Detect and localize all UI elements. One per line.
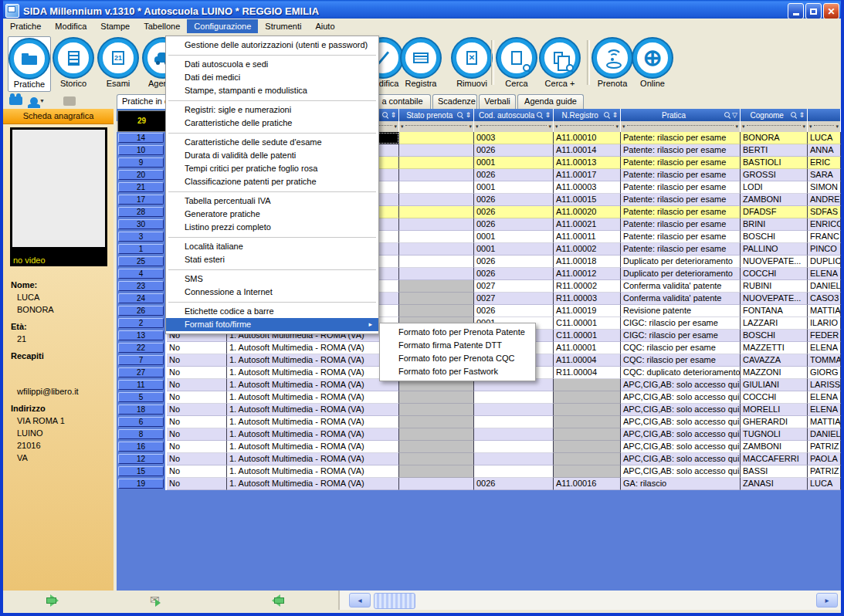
sort-updown-icon[interactable]: ⇕	[465, 110, 471, 121]
submenu-item-formato-foto-per-prenota-paten[interactable]: Formato foto per Prenota Patente	[380, 326, 535, 339]
cell-pratica[interactable]: Patente: rilascio per esame	[621, 144, 741, 157]
filter-dropdown-icon[interactable]: ▾	[615, 124, 619, 130]
filter-dropdown-icon[interactable]: ▾	[836, 124, 839, 130]
menubar-item-modifica[interactable]: Modifica	[48, 19, 93, 33]
cell-cognome[interactable]: LAZZARI	[741, 317, 808, 330]
row-number-button[interactable]: 2	[118, 318, 164, 328]
cell-nome[interactable]: ANNA	[808, 144, 841, 157]
menu-item-caratteristiche-delle-sedute-d[interactable]: Caratteristiche delle sedute d'esame	[166, 136, 378, 149]
cell-pratica[interactable]: APC,CIG,AB: solo accesso quiz	[621, 379, 741, 391]
cell-reg[interactable]	[554, 441, 621, 453]
sort-desc-icon[interactable]: ▽	[732, 110, 737, 121]
cell-no[interactable]: No	[167, 453, 227, 465]
menu-item-dati-dei-medici[interactable]: Dati dei medici	[166, 71, 378, 84]
filter-dropdown-icon[interactable]: ▾	[548, 124, 551, 130]
close-button[interactable]: ✕	[823, 3, 839, 19]
cell-pratica[interactable]: Patente: rilascio per esame	[621, 132, 741, 144]
menubar-item-aiuto[interactable]: Aiuto	[308, 19, 341, 33]
cell-pratica[interactable]: APC,CIG,AB: solo accesso quiz	[621, 404, 741, 416]
cell-cognome[interactable]: BASSI	[741, 465, 808, 478]
menu-item-caratteristiche-delle-pratiche[interactable]: Caratteristiche delle pratiche	[166, 117, 378, 130]
sort-updown-icon[interactable]: ⇕	[390, 110, 396, 121]
cell-reg[interactable]: C11.00001	[554, 330, 621, 342]
cell-cod[interactable]	[474, 441, 554, 453]
cell-nome[interactable]: PATRIZ	[808, 465, 841, 478]
row-number-button[interactable]: 30	[118, 219, 164, 229]
horizontal-scrollbar[interactable]: ◂ ▸	[340, 591, 841, 610]
filter-dropdown-icon[interactable]: ▾	[809, 124, 812, 130]
magnifier-icon[interactable]	[791, 112, 798, 119]
cell-reg[interactable]: A11.00021	[554, 218, 621, 231]
cell-pratica[interactable]: Duplicato per deterioramento	[621, 268, 741, 280]
cell-stato[interactable]	[399, 441, 474, 453]
table-row[interactable]: 18No1. Autosoft Multimedia - ROMA (VA)AP…	[117, 404, 841, 416]
row-number-button[interactable]: 15	[118, 466, 164, 476]
row-number-button[interactable]: 19	[118, 479, 164, 489]
cell-cod[interactable]: 0026	[474, 194, 554, 206]
row-number-button[interactable]: 25	[118, 256, 164, 266]
cell-cognome[interactable]: GROSSI	[741, 169, 808, 181]
cell-no[interactable]: No	[167, 428, 227, 441]
filter-dropdown-icon[interactable]: ▾	[555, 124, 558, 130]
cell-cognome[interactable]: NUOVEPATE...	[741, 256, 808, 268]
cell-stato[interactable]	[399, 218, 474, 231]
cell-nome[interactable]: PATRIZ	[808, 441, 841, 453]
cell-reg[interactable]: A11.00003	[554, 181, 621, 194]
cell-reg[interactable]: A11.00013	[554, 157, 621, 169]
cell-reg[interactable]	[554, 391, 621, 404]
cell-cod[interactable]: 0026	[474, 478, 554, 490]
cell-reg[interactable]	[554, 453, 621, 465]
filter-cell[interactable]: ▾▾	[554, 121, 621, 132]
row-number-button[interactable]: 24	[118, 293, 164, 303]
tab-scadenze[interactable]: Scadenze	[432, 94, 477, 109]
cell-reg[interactable]: A11.00012	[554, 268, 621, 280]
cell-reg[interactable]: A11.00011	[554, 231, 621, 243]
cell-nome[interactable]: FRANC	[808, 231, 841, 243]
cell-no[interactable]: No	[167, 354, 227, 367]
row-number-button[interactable]: 21	[118, 182, 164, 192]
cell-cognome[interactable]: BERTI	[741, 144, 808, 157]
cell-nome[interactable]: LARISS	[808, 379, 841, 391]
cell-reg[interactable]: A11.00018	[554, 256, 621, 268]
cell-no[interactable]: No	[167, 404, 227, 416]
cell-reg[interactable]	[554, 428, 621, 441]
filter-cell[interactable]: ▾▾	[399, 121, 474, 132]
cell-sede[interactable]: 1. Autosoft Multimedia - ROMA (VA)	[227, 478, 399, 490]
tab-verbali[interactable]: Verbali	[479, 94, 516, 109]
minimize-button[interactable]	[788, 3, 804, 19]
row-number-button[interactable]: 6	[118, 417, 164, 427]
submenu-item-formato-firma-patente-dtt[interactable]: Formato firma Patente DTT	[380, 339, 535, 352]
cell-pratica[interactable]: Patente: rilascio per esame	[621, 181, 741, 194]
scroll-right-button[interactable]: ▸	[816, 593, 838, 608]
cell-cod[interactable]: 0026	[474, 144, 554, 157]
cell-cod[interactable]: 0001	[474, 231, 554, 243]
cell-pratica[interactable]: Patente: rilascio per esame	[621, 194, 741, 206]
cell-stato[interactable]	[399, 194, 474, 206]
row-number-button[interactable]: 3	[118, 232, 164, 242]
cell-sede[interactable]: 1. Autosoft Multimedia - ROMA (VA)	[227, 428, 399, 441]
cell-cognome[interactable]: GIULIANI	[741, 379, 808, 391]
menu-item-dati-autoscuola-e-sedi[interactable]: Dati autoscuola e sedi	[166, 58, 378, 71]
cell-cognome[interactable]: BOSCHI	[741, 330, 808, 342]
submenu-item-formato-foto-per-fastwork[interactable]: Formato foto per Fastwork	[380, 365, 535, 378]
menu-item-listino-prezzi-completo[interactable]: Listino prezzi completo	[166, 221, 378, 234]
cell-no[interactable]: No	[167, 416, 227, 428]
cell-cod[interactable]: 0026	[474, 256, 554, 268]
cell-reg[interactable]: A11.00016	[554, 478, 621, 490]
cell-reg[interactable]: R11.00002	[554, 280, 621, 293]
cell-stato[interactable]	[399, 453, 474, 465]
filter-dropdown-icon[interactable]: ▾	[401, 124, 404, 130]
menu-item-sms[interactable]: SMS	[166, 272, 378, 286]
row-number-button[interactable]: 16	[118, 442, 164, 452]
row-number-button[interactable]: 18	[118, 404, 164, 415]
magnifier-icon[interactable]	[724, 112, 731, 119]
cell-nome[interactable]: DUPLIC	[808, 256, 841, 268]
cell-pratica[interactable]: Patente: rilascio per esame	[621, 218, 741, 231]
cell-nome[interactable]: GIORG	[808, 367, 841, 379]
cell-nome[interactable]: MATTIA	[808, 416, 841, 428]
video-camera-icon[interactable]	[9, 96, 22, 105]
cell-cod[interactable]	[474, 404, 554, 416]
cell-nome[interactable]: ILARIO	[808, 317, 841, 330]
cell-sede[interactable]: 1. Autosoft Multimedia - ROMA (VA)	[227, 342, 399, 354]
cell-stato[interactable]	[399, 293, 474, 305]
